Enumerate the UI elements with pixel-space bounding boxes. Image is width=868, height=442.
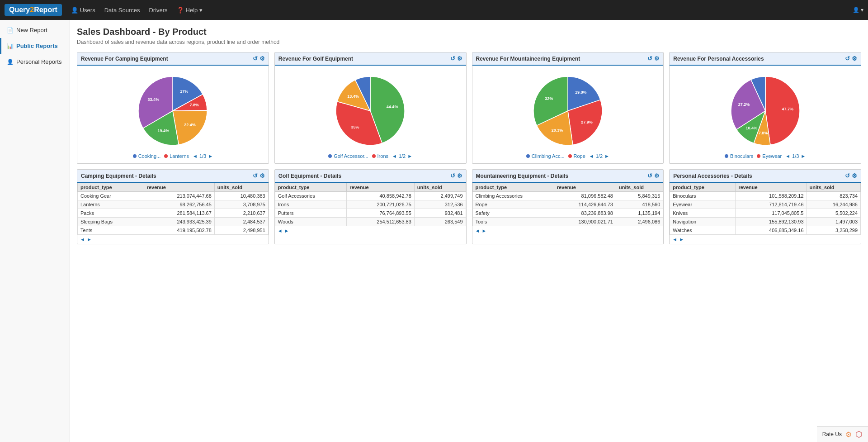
chart-title: Revenue For Camping Equipment [81,56,168,62]
settings-icon[interactable]: ⚙ [654,55,660,62]
table-cell: Tools [472,218,554,226]
legend-item[interactable]: Climbing Acc... [526,153,565,159]
brand-logo[interactable]: Query2Report [5,4,62,16]
navbar: Query2Report 👤 Users Data Sources Driver… [0,0,868,20]
legend-item[interactable]: Lanterns [164,153,189,159]
table-cell: 16,244,986 [807,200,861,209]
brand-accent: 2 [30,6,34,14]
legend-item[interactable]: Binoculars [725,153,753,159]
legend-item[interactable]: Rope [568,153,585,159]
table-cell: 254,512,653.83 [347,218,414,226]
page-title: Sales Dashboard - By Product [77,27,861,37]
nav-users[interactable]: 👤 Users [71,7,95,14]
prev-arrow[interactable]: ◄ [193,153,198,159]
legend-item[interactable]: Golf Accessor... [328,153,368,159]
legend-item[interactable]: Cooking... [133,153,161,159]
nav-help[interactable]: ❓ Help ▾ [177,7,203,14]
table-cell: Knives [670,209,736,218]
table-body: product_typerevenueunits_sold Golf Acces… [275,183,466,235]
table-row: Irons200,721,026.75312,536 [275,200,466,209]
legend-item[interactable]: Irons [372,153,388,159]
table-cell: 263,549 [414,218,466,226]
svg-text:47.7%: 47.7% [782,107,793,111]
nav-datasources[interactable]: Data Sources [104,7,140,14]
data-table: product_typerevenueunits_sold Climbing A… [472,183,664,226]
footer-extra-icon: ⬡ [855,429,863,439]
settings-icon[interactable]: ⚙ [259,172,265,179]
sidebar-item-personal-reports[interactable]: 👤 Personal Reports [0,54,70,70]
table-cell: 1,497,003 [807,218,861,226]
legend-item[interactable]: Eyewear [757,153,782,159]
settings-icon[interactable]: ⚙ [457,55,462,62]
refresh-icon[interactable]: ↺ [845,55,850,62]
refresh-icon[interactable]: ↺ [450,55,455,62]
svg-text:13.4%: 13.4% [347,94,359,99]
next-table-arrow[interactable]: ► [284,228,289,233]
help-dropdown-icon: ▾ [199,7,203,14]
settings-icon[interactable]: ⚙ [259,55,265,62]
prev-arrow[interactable]: ◄ [589,153,594,159]
svg-text:20.3%: 20.3% [552,128,563,133]
refresh-icon[interactable]: ↺ [845,172,850,179]
next-table-arrow[interactable]: ► [679,237,684,242]
table-cell: 5,502,224 [807,209,861,218]
table-cell: 1,135,194 [616,209,663,218]
col-header: units_sold [414,183,466,192]
table-cell: 419,195,582.78 [144,226,214,235]
settings-icon[interactable]: ⚙ [852,55,857,62]
sidebar-item-new-report[interactable]: 📄 New Report [0,22,70,38]
table-card-personal-table: Personal Accessories - Details ↺ ⚙ produ… [669,169,861,244]
table-cell: Packs [78,209,144,218]
table-title: Golf Equipment - Details [278,173,341,179]
refresh-icon[interactable]: ↺ [253,55,258,62]
prev-arrow[interactable]: ◄ [785,153,790,159]
table-row: Watches406,685,349.163,258,299 [670,226,861,235]
table-card-camping-table: Camping Equipment - Details ↺ ⚙ product_… [77,169,269,244]
page-indicator: 1/3 [792,153,799,159]
next-arrow[interactable]: ► [604,153,609,159]
pie-nav: ◄ 1/2 ► [589,153,609,159]
table-cell: 5,849,315 [616,192,663,200]
next-arrow[interactable]: ► [801,153,806,159]
page-indicator: 1/2 [399,153,406,159]
prev-table-arrow[interactable]: ◄ [80,237,85,242]
refresh-icon[interactable]: ↺ [253,172,258,179]
footer[interactable]: Rate Us ⚙ ⬡ [817,426,868,442]
next-arrow[interactable]: ► [208,153,213,159]
table-cell: Navigation [670,218,736,226]
table-cell: 101,588,209.12 [736,192,807,200]
refresh-icon[interactable]: ↺ [647,172,652,179]
chart-header: Revenue For Camping Equipment ↺ ⚙ [77,52,269,66]
table-nav: ◄ ► [275,226,466,235]
nav-drivers[interactable]: Drivers [149,7,167,14]
prev-arrow[interactable]: ◄ [392,153,397,159]
table-cell: 200,721,026.75 [347,200,414,209]
table-nav: ◄ ► [77,235,269,244]
settings-icon[interactable]: ⚙ [852,172,857,179]
svg-text:17%: 17% [180,89,189,94]
sidebar-item-public-reports[interactable]: 📊 Public Reports [0,38,70,54]
page-subtitle: Dashboard of sales and revenue data acro… [77,39,861,45]
table-cell: 932,481 [414,209,466,218]
table-row: Climbing Accessories81,096,582.485,849,3… [472,192,663,200]
table-cell: Lanterns [78,200,144,209]
settings-icon[interactable]: ⚙ [654,172,660,179]
next-table-arrow[interactable]: ► [87,237,92,242]
user-menu[interactable]: 👤 ▾ [853,7,863,13]
next-table-arrow[interactable]: ► [481,228,486,233]
personal-reports-icon: 👤 [7,59,14,65]
col-header: product_type [670,183,736,192]
prev-table-arrow[interactable]: ◄ [278,228,283,233]
pie-nav: ◄ 1/3 ► [785,153,806,159]
settings-icon[interactable]: ⚙ [457,172,462,179]
refresh-icon[interactable]: ↺ [450,172,455,179]
next-arrow[interactable]: ► [407,153,412,159]
svg-text:7.8%: 7.8% [190,103,199,107]
refresh-icon[interactable]: ↺ [647,55,652,62]
prev-table-arrow[interactable]: ◄ [672,237,677,242]
col-header: revenue [347,183,414,192]
public-reports-icon: 📊 [7,43,14,49]
chart-card-personal: Revenue For Personal Accessories ↺ ⚙ 47.… [669,52,861,164]
svg-text:19.8%: 19.8% [575,90,587,95]
prev-table-arrow[interactable]: ◄ [475,228,480,233]
